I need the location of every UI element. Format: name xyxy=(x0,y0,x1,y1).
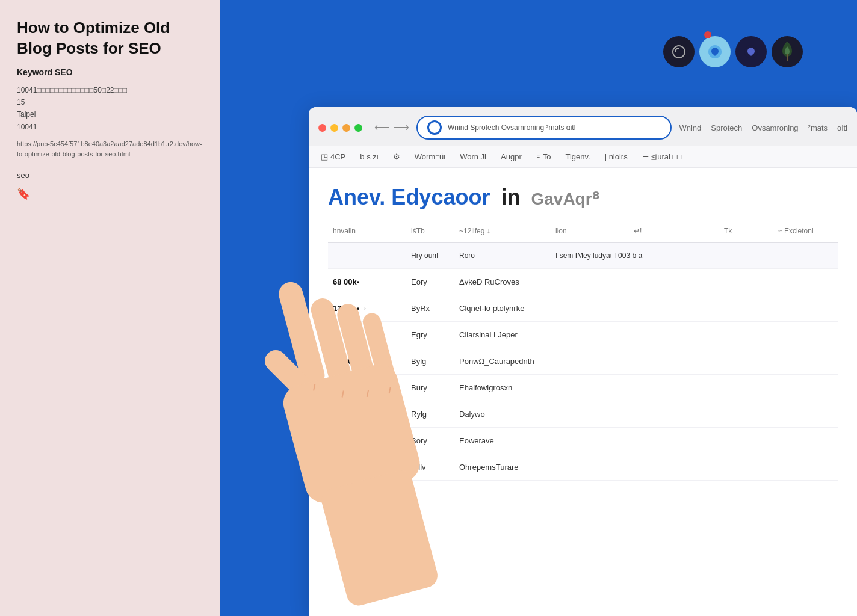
tl-orange[interactable] xyxy=(342,124,350,132)
sidebar-meta-line2: 15 xyxy=(17,98,25,106)
th-2: lśTb xyxy=(406,224,454,238)
tl-red[interactable] xyxy=(318,124,326,132)
browser-action-5: αitl xyxy=(837,123,847,132)
nav-forward-icon[interactable]: ⟶ xyxy=(394,121,409,134)
sidebar-keyword: Keyword SEO xyxy=(17,67,203,77)
row2-col2: ByRx xyxy=(406,301,454,315)
toolbar-item-aural[interactable]: ⊢ ⊴ural □□ xyxy=(642,152,682,161)
row1-col3: ΔvkeD RuCroves xyxy=(454,275,551,289)
th-4: lion xyxy=(551,224,629,238)
sub-col1 xyxy=(328,253,406,258)
row4-col3: PonwΩ_Caurapednth xyxy=(454,354,551,368)
row8-col3: OhrepemsTurare xyxy=(454,460,551,474)
sub-col3: Roro xyxy=(454,249,551,262)
sub-col2: Hry ounI xyxy=(406,249,454,262)
table-container: hnvalin lśTb ~12lifeg ↓ lion ↵! Tk ≈ Exc… xyxy=(328,220,838,507)
table-subheader: Hry ounI Roro I sem IMey ludyaι T003 b a xyxy=(328,243,838,269)
url-text: Wnind Sprotech Ovsamroning ²mats αitl xyxy=(448,123,575,132)
sidebar-meta-line4: 10041 xyxy=(17,123,37,131)
toolbar-item-worndi[interactable]: Worn Ji xyxy=(460,152,486,161)
svg-rect-2 xyxy=(787,54,788,61)
tl-green[interactable] xyxy=(354,124,362,132)
row1-col2: Eory xyxy=(406,275,454,289)
sidebar-url: https://pub-5c454f571b8e40a3a2aad27ade84… xyxy=(17,139,203,159)
nav-back-icon[interactable]: ⟵ xyxy=(374,121,390,134)
main-area: ⟵ ⟶ Wnind Sprotech Ovsamroning ²mats αit… xyxy=(220,0,857,616)
browser-url-bar[interactable]: Wnind Sprotech Ovsamroning ²mats αitl xyxy=(416,116,672,140)
toolbar-item-nloirs[interactable]: | nloirs xyxy=(605,152,628,161)
row7-col2: Bory xyxy=(406,434,454,448)
sidebar-meta: 10041□□□□□□□□□□□□□50□22□□□ 15 Taipei 100… xyxy=(17,84,203,134)
row4-col1: 80 00k• xyxy=(328,354,406,368)
sidebar-tag: seo xyxy=(17,171,203,180)
th-1: hnvalin xyxy=(328,224,406,238)
toolbar-label-aural: ⊢ ⊴ural □□ xyxy=(642,152,682,161)
row4-col2: Bylg xyxy=(406,354,454,368)
row7-col3: Eowerave xyxy=(454,434,551,448)
browser-action-2: Sprotech xyxy=(711,123,742,132)
row9-col2 xyxy=(406,491,454,496)
sidebar-title: How to Optimize Old Blog Posts for SEO xyxy=(17,18,203,59)
table-row: 82 00k• Bury Ehalfowigrosxn xyxy=(328,375,838,401)
row6-col3: Dalywo xyxy=(454,407,551,421)
toolbar-item-augpr[interactable]: Augpr xyxy=(501,152,522,161)
row5-col3: Ehalfowigrosxn xyxy=(454,381,551,395)
toolbar-item-4[interactable]: Worm⁻ůι xyxy=(415,152,446,161)
table-row: 81 00k• Egry Cllarsinal LJeper xyxy=(328,322,838,348)
toolbar-label-worndi: Worn Ji xyxy=(460,152,486,161)
row2-col1: 13 00k•→ xyxy=(328,301,406,315)
browser-window: ⟵ ⟶ Wnind Sprotech Ovsamroning ²mats αit… xyxy=(309,107,857,616)
browser-action-4: ²mats xyxy=(808,123,828,132)
toolbar-item-3[interactable]: ⚙ xyxy=(393,152,400,161)
row9-col3 xyxy=(454,491,551,496)
sub-col4: I sem IMey ludyaι T003 b a xyxy=(551,249,773,262)
row3-col3: Cllarsinal LJeper xyxy=(454,328,551,342)
toolbar-label-tigen: Tigenv. xyxy=(565,152,590,161)
table-row: 68 00k• Eory ΔvkeD RuCroves xyxy=(328,269,838,295)
tl-yellow[interactable] xyxy=(330,124,338,132)
traffic-lights xyxy=(318,124,362,132)
row5-col2: Bury xyxy=(406,381,454,395)
sidebar-tag-icon: 🔖 xyxy=(17,187,203,200)
toolbar-icon-3: ⚙ xyxy=(393,152,400,161)
row5-col1: 82 00k• xyxy=(328,381,406,395)
browser-nav: ⟵ ⟶ xyxy=(374,121,409,134)
table-header: hnvalin lśTb ~12lifeg ↓ lion ↵! Tk ≈ Exc… xyxy=(328,220,838,243)
th-7: Tk xyxy=(719,224,773,238)
row7-col1: 32 00k• xyxy=(328,434,406,448)
browser-action-1: Wnind xyxy=(679,123,701,132)
th-6 xyxy=(683,224,719,238)
toolbar-item-1[interactable]: ◳ 4CP xyxy=(321,152,345,161)
toolbar-item-te[interactable]: ⊧ To xyxy=(536,152,551,161)
th-3: ~12lifeg ↓ xyxy=(454,224,551,238)
sidebar-meta-line3: Taipei xyxy=(17,110,36,119)
browser-toolbar: ◳ 4CP b s zι ⚙ Worm⁻ůι Worn Ji Augpr ⊧ T… xyxy=(309,146,857,168)
table-row: 32 00k• Bory Eowerave xyxy=(328,428,838,454)
toolbar-label-augpr: Augpr xyxy=(501,152,522,161)
toolbar-item-tigen[interactable]: Tigenv. xyxy=(565,152,590,161)
row3-col2: Egry xyxy=(406,328,454,342)
th-5: ↵! xyxy=(629,224,683,238)
table-row: 17 00k• Rylg Dalywo xyxy=(328,401,838,428)
sidebar-meta-line1: 10041□□□□□□□□□□□□□50□22□□□ xyxy=(17,86,127,94)
browser-content: Anev. Edycaoor in GavAqr⁸ hnvalin lśTb ~… xyxy=(309,168,857,524)
row9-col1: 8F 00k• xyxy=(328,487,406,500)
row6-col1: 17 00k• xyxy=(328,407,406,421)
top-icon-2 xyxy=(699,36,731,67)
top-icon-4 xyxy=(772,36,803,67)
row8-col2: Nillv xyxy=(406,460,454,474)
browser-actions: Wnind Sprotech Ovsamroning ²mats αitl xyxy=(679,123,847,132)
toolbar-icon-1: ◳ xyxy=(321,152,328,161)
toolbar-label-nloirs: | nloirs xyxy=(605,152,628,161)
toolbar-item-2[interactable]: b s zι xyxy=(360,152,378,161)
toolbar-label-4: Worm⁻ůι xyxy=(415,152,446,161)
toolbar-icon-te: ⊧ xyxy=(536,152,540,161)
top-icon-3 xyxy=(735,36,767,67)
page-title-part2: in xyxy=(501,185,520,210)
page-title-part1: Anev. Edycaoor xyxy=(328,185,490,210)
sidebar: How to Optimize Old Blog Posts for SEO K… xyxy=(0,0,220,616)
row6-col2: Rylg xyxy=(406,407,454,421)
row3-col1: 81 00k• xyxy=(328,328,406,342)
browser-chrome: ⟵ ⟶ Wnind Sprotech Ovsamroning ²mats αit… xyxy=(309,107,857,146)
toolbar-label-te: To xyxy=(543,152,551,161)
